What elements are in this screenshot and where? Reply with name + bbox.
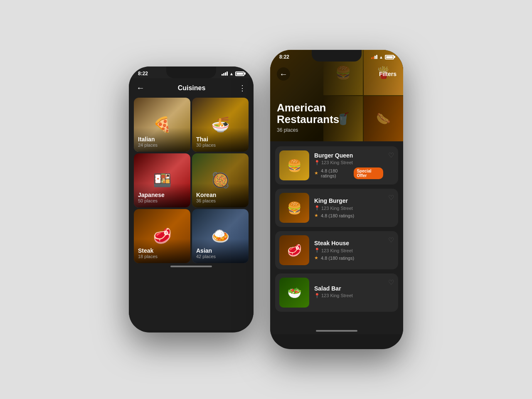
restaurant-list: 🍔 Burger Queen 📍 123 King Street ★ 4.8 (… (270, 141, 403, 328)
screen-title-left: Cuisines (178, 84, 206, 92)
restaurant-address-burger-queen: 📍 123 King Street (314, 160, 383, 165)
cuisine-item-asian[interactable]: 🍛 Asian 42 places (192, 209, 249, 263)
restaurant-rating-king-burger: ★ 4.8 (180 ratings) (314, 213, 383, 218)
restaurant-rating-steak-house: ★ 4.8 (180 ratings) (314, 255, 383, 261)
cuisine-name-steak: Steak (138, 247, 186, 254)
restaurant-address-steak-house: 📍 123 King Street (314, 248, 383, 253)
cuisine-count-asian: 42 places (196, 254, 244, 259)
status-time-right: 8:22 (279, 54, 289, 60)
home-indicator-right (316, 330, 357, 332)
cuisine-label-steak: Steak 18 places (134, 239, 190, 263)
restaurant-photo-steak-house: 🥩 (279, 235, 309, 265)
restaurant-name-king-burger: King Burger (314, 197, 383, 204)
hero-places-count: 36 places (277, 127, 339, 133)
cuisine-count-steak: 18 places (138, 254, 186, 259)
restaurant-card-salad-bar[interactable]: 🥗 Salad Bar 📍 123 King Street ♡ (275, 273, 398, 312)
signal-icon-right (371, 55, 377, 59)
restaurant-photo-salad-bar: 🥗 (279, 278, 309, 308)
cuisine-count-korean: 36 places (196, 198, 244, 203)
left-screen: ← Cuisines ⋮ 🍕 Italian 24 places 🍜 Thai … (129, 78, 254, 330)
star-icon-kb: ★ (314, 213, 318, 218)
cuisine-count-italian: 24 places (138, 143, 186, 148)
signal-icon-left (222, 71, 228, 76)
favorite-button-sb[interactable]: ♡ (388, 278, 394, 286)
hero-text: American Restaurants 36 places (277, 102, 339, 133)
restaurant-card-burger-queen[interactable]: 🍔 Burger Queen 📍 123 King Street ★ 4.8 (… (275, 146, 398, 185)
restaurant-photo-king-burger: 🍔 (279, 193, 309, 223)
cuisine-label-japanese: Japanese 50 places (134, 183, 190, 207)
right-phone: 🍔 🍟 🥤 🌭 8:22 ▲ (270, 50, 403, 349)
star-icon-sh: ★ (314, 255, 318, 261)
cuisine-label-korean: Korean 36 places (192, 183, 249, 207)
right-screen: 🍔 🍟 🥤 🌭 8:22 ▲ (270, 50, 403, 334)
cuisine-label-asian: Asian 42 places (192, 239, 249, 263)
restaurant-info-steak-house: Steak House 📍 123 King Street ★ 4.8 (180… (314, 240, 383, 261)
status-icons-right: ▲ (371, 55, 394, 59)
cuisine-count-thai: 30 places (196, 143, 244, 148)
hero-nav: ← Filters (270, 67, 403, 81)
cuisine-grid: 🍕 Italian 24 places 🍜 Thai 30 places 🍱 J… (129, 98, 254, 263)
special-offer-badge: Special Offer (354, 167, 383, 179)
location-icon-kb: 📍 (314, 205, 320, 211)
cuisine-name-italian: Italian (138, 136, 186, 143)
restaurant-name-burger-queen: Burger Queen (314, 152, 383, 159)
wifi-icon-left: ▲ (229, 71, 234, 76)
filters-button[interactable]: Filters (379, 71, 397, 77)
rating-value-sh: 4.8 (180 ratings) (321, 256, 354, 261)
restaurant-card-king-burger[interactable]: 🍔 King Burger 📍 123 King Street ★ 4.8 (1… (275, 189, 398, 227)
nav-bar-left: ← Cuisines ⋮ (129, 78, 254, 98)
notch-left (166, 66, 216, 78)
restaurant-name-salad-bar: Salad Bar (314, 285, 383, 292)
cuisine-label-italian: Italian 24 places (134, 128, 190, 152)
cuisine-item-korean[interactable]: 🥘 Korean 36 places (192, 153, 249, 207)
status-time-left: 8:22 (138, 71, 148, 76)
restaurant-name-steak-house: Steak House (314, 240, 383, 246)
cuisine-name-asian: Asian (196, 247, 244, 254)
left-phone: 8:22 ▲ ← Cuisines ⋮ 🍕 Italian 24 places (129, 66, 254, 332)
back-button-right[interactable]: ← (277, 67, 290, 81)
home-indicator-left (170, 266, 212, 267)
cuisine-item-italian[interactable]: 🍕 Italian 24 places (134, 98, 190, 152)
cuisine-name-thai: Thai (196, 136, 244, 143)
star-icon-bq: ★ (314, 170, 318, 176)
cuisine-item-japanese[interactable]: 🍱 Japanese 50 places (134, 153, 190, 207)
cuisine-item-thai[interactable]: 🍜 Thai 30 places (192, 98, 249, 152)
favorite-button-sh[interactable]: ♡ (388, 236, 394, 244)
rating-value-kb: 4.8 (180 ratings) (321, 213, 354, 218)
back-button-left[interactable]: ← (136, 83, 145, 93)
location-icon-bq: 📍 (314, 160, 320, 165)
restaurant-card-steak-house[interactable]: 🥩 Steak House 📍 123 King Street ★ 4.8 (1… (275, 231, 398, 269)
hero-title: American Restaurants (277, 102, 339, 126)
battery-icon-right (385, 55, 394, 59)
restaurant-info-salad-bar: Salad Bar 📍 123 King Street (314, 285, 383, 300)
favorite-button-kb[interactable]: ♡ (388, 194, 394, 202)
rating-value-bq: 4.8 (180 ratings) (321, 168, 351, 178)
cuisine-name-japanese: Japanese (138, 192, 186, 198)
restaurant-info-king-burger: King Burger 📍 123 King Street ★ 4.8 (180… (314, 197, 383, 218)
restaurant-address-king-burger: 📍 123 King Street (314, 205, 383, 211)
status-bar-right: 8:22 ▲ (270, 50, 403, 62)
cuisine-count-japanese: 50 places (138, 198, 186, 203)
cuisine-item-steak[interactable]: 🥩 Steak 18 places (134, 209, 190, 263)
hero-section: 🍔 🍟 🥤 🌭 8:22 ▲ (270, 50, 403, 141)
more-menu-button[interactable]: ⋮ (239, 84, 246, 93)
restaurant-rating-burger-queen: ★ 4.8 (180 ratings) Special Offer (314, 167, 383, 179)
battery-icon-left (235, 71, 244, 76)
cuisine-label-thai: Thai 30 places (192, 128, 249, 152)
restaurant-info-burger-queen: Burger Queen 📍 123 King Street ★ 4.8 (18… (314, 152, 383, 179)
restaurant-address-salad-bar: 📍 123 King Street (314, 293, 383, 298)
favorite-button-bq[interactable]: ♡ (388, 151, 394, 159)
location-icon-sb: 📍 (314, 293, 320, 298)
status-icons-left: ▲ (222, 71, 244, 76)
wifi-icon-right: ▲ (379, 55, 383, 59)
restaurant-photo-burger-queen: 🍔 (279, 150, 309, 180)
cuisine-name-korean: Korean (196, 192, 244, 198)
location-icon-sh: 📍 (314, 248, 320, 253)
